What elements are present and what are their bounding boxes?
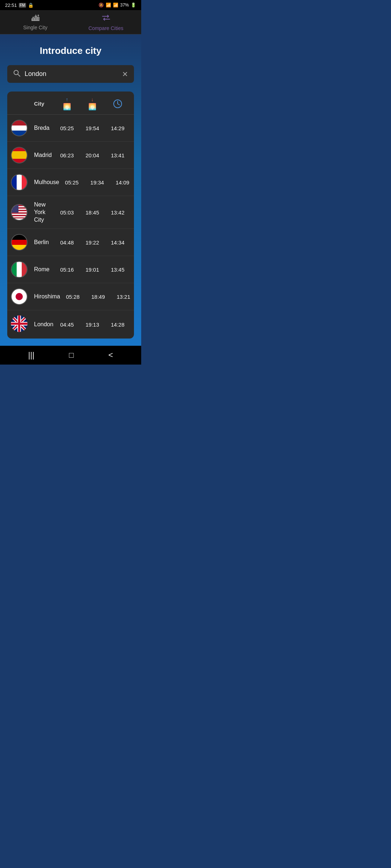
clear-icon[interactable]: ✕ (122, 70, 128, 78)
sunset-newyork: 18:45 (80, 209, 105, 216)
sunrise-rome: 05:16 (54, 267, 80, 273)
search-bar: ✕ (7, 65, 134, 83)
city-name-rome: Rome (33, 266, 54, 273)
main-content: Introduce city ✕ City ↑ 🌅 ↓ (0, 34, 141, 346)
city-row-berlin[interactable]: Berlin 04:48 19:22 14:34 (7, 229, 134, 256)
flag-hiroshima (11, 288, 33, 305)
mute-icon: 🔕 (98, 3, 104, 8)
tab-compare-cities-label: Compare Cities (88, 25, 123, 31)
nav-bar: ||| □ < (0, 346, 141, 365)
battery-icon: 🔋 (131, 3, 136, 8)
city-row-rome[interactable]: Rome 05:16 19:01 13:45 (7, 256, 134, 283)
city-row-hiroshima[interactable]: Hiroshima 05:28 18:49 13:21 (7, 283, 134, 310)
duration-berlin: 14:34 (105, 239, 130, 246)
city-table: City ↑ 🌅 ↓ 🌅 (7, 92, 134, 339)
sunset-hiroshima: 18:49 (85, 294, 111, 300)
time: 22:51 (5, 3, 17, 8)
city-row-london[interactable]: London 04:45 19:13 14:28 (7, 310, 134, 339)
sunset-rome: 19:01 (80, 267, 105, 273)
flag-newyork (11, 204, 33, 221)
city-name-hiroshima: Hiroshima (33, 293, 60, 301)
duration-rome: 13:45 (105, 267, 130, 273)
lock-icon: 🔒 (28, 3, 34, 8)
sunset-london: 19:13 (80, 322, 105, 328)
city-row-mulhouse[interactable]: Mulhouse 05:25 19:34 14:09 (7, 169, 134, 196)
city-name-madrid: Madrid (33, 152, 54, 159)
flag-london (11, 315, 33, 333)
status-right: 🔕 📶 📶 37% 🔋 (98, 3, 136, 8)
duration-col-header (105, 99, 130, 109)
sunrise-newyork: 05:03 (54, 209, 80, 216)
tab-bar: 🏙 Single City Compare Cities (0, 10, 141, 34)
sunrise-mulhouse: 05:25 (59, 179, 84, 186)
single-city-icon: 🏙 (31, 14, 39, 23)
svg-line-1 (18, 74, 20, 76)
svg-line-4 (118, 104, 119, 105)
search-input[interactable] (25, 70, 118, 78)
svg-rect-14 (18, 315, 20, 332)
fm-icon: FM (19, 3, 26, 8)
city-name-mulhouse: Mulhouse (33, 179, 59, 186)
sunset-breda: 19:54 (80, 125, 105, 131)
battery-text: 37% (120, 3, 129, 8)
city-row-newyork[interactable]: New York City 05:03 18:45 13:42 (7, 196, 134, 229)
search-icon (13, 69, 20, 78)
duration-london: 14:28 (105, 322, 130, 328)
back-button[interactable]: < (105, 348, 116, 363)
flag-berlin (11, 234, 33, 251)
sunrise-col-header: ↑ 🌅 (54, 97, 80, 111)
sunset-madrid: 20:04 (80, 152, 105, 158)
duration-mulhouse: 14:09 (110, 179, 134, 186)
city-name-newyork: New York City (33, 201, 54, 224)
duration-hiroshima: 13:21 (111, 294, 134, 300)
home-button[interactable]: □ (66, 348, 77, 363)
compare-cities-icon (101, 14, 111, 24)
page-title: Introduce city (7, 45, 134, 56)
flag-mulhouse (11, 174, 33, 191)
tab-single-city-label: Single City (23, 25, 47, 30)
city-name-london: London (33, 321, 54, 328)
city-col-header: City (33, 101, 54, 107)
flag-breda (11, 120, 33, 136)
sunrise-hiroshima: 05:28 (60, 294, 85, 300)
flag-madrid (11, 147, 33, 163)
sunrise-breda: 05:25 (54, 125, 80, 131)
duration-breda: 14:29 (105, 125, 130, 131)
city-row-madrid[interactable]: Madrid 06:23 20:04 13:41 (7, 142, 134, 169)
tab-single-city[interactable]: 🏙 Single City (0, 10, 71, 34)
sunset-berlin: 19:22 (80, 239, 105, 246)
signal-icon: 📶 (113, 3, 118, 8)
sunset-col-header: ↓ 🌅 (80, 97, 105, 111)
status-left: 22:51 FM 🔒 (5, 3, 34, 8)
wifi-icon: 📶 (106, 3, 111, 8)
city-name-breda: Breda (33, 124, 54, 132)
sunrise-berlin: 04:48 (54, 239, 80, 246)
sunset-mulhouse: 19:34 (84, 179, 110, 186)
menu-button[interactable]: ||| (25, 348, 37, 363)
flag-rome (11, 261, 33, 278)
tab-compare-cities[interactable]: Compare Cities (71, 10, 141, 34)
sunrise-madrid: 06:23 (54, 152, 80, 158)
status-bar: 22:51 FM 🔒 🔕 📶 📶 37% 🔋 (0, 0, 141, 10)
duration-madrid: 13:41 (105, 152, 130, 158)
city-row-breda[interactable]: Breda 05:25 19:54 14:29 (7, 115, 134, 142)
table-header: City ↑ 🌅 ↓ 🌅 (7, 92, 134, 115)
duration-newyork: 13:42 (105, 209, 130, 216)
city-name-berlin: Berlin (33, 239, 54, 246)
sunrise-london: 04:45 (54, 322, 80, 328)
